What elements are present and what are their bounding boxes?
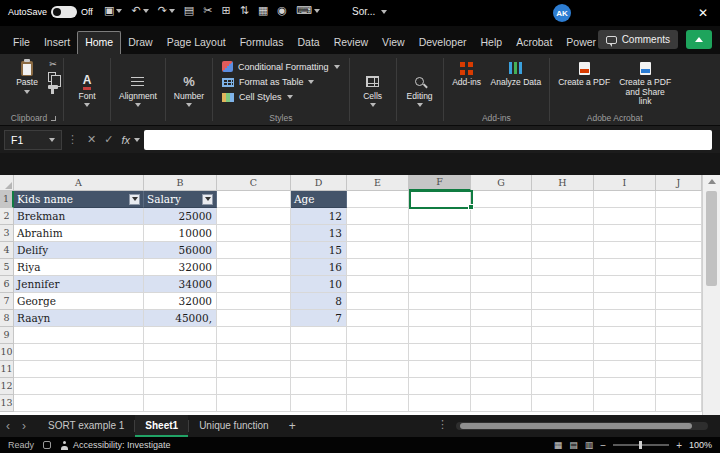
cell-G12[interactable] xyxy=(471,378,532,395)
cell-J3[interactable] xyxy=(656,225,702,242)
cell-G2[interactable] xyxy=(471,208,532,225)
chart-icon[interactable]: ⊞ xyxy=(217,3,234,19)
cell-C12[interactable] xyxy=(217,378,291,395)
cell-C4[interactable] xyxy=(217,242,291,259)
cell-F13[interactable] xyxy=(409,395,471,412)
cell-E1[interactable] xyxy=(347,191,409,208)
column-header-J[interactable]: J xyxy=(656,175,702,191)
cell-G8[interactable] xyxy=(471,310,532,327)
cell-F2[interactable] xyxy=(409,208,471,225)
vertical-scrollbar-thumb[interactable] xyxy=(706,191,717,286)
cell-H6[interactable] xyxy=(532,276,594,293)
cell-A3[interactable]: Abrahim xyxy=(14,225,144,242)
row-header-2[interactable]: 2 xyxy=(0,208,14,225)
column-header-G[interactable]: G xyxy=(471,175,532,191)
cell-A10[interactable] xyxy=(14,344,144,361)
number-button[interactable]: Number xyxy=(171,71,207,111)
cell-I4[interactable] xyxy=(594,242,656,259)
column-header-A[interactable]: A xyxy=(14,175,144,191)
cell-A9[interactable] xyxy=(14,327,144,344)
create-pdf-share-button[interactable]: Create a PDF and Share link xyxy=(616,57,674,110)
cell-I10[interactable] xyxy=(594,344,656,361)
row-header-4[interactable]: 4 xyxy=(0,242,14,259)
ribbon-tab-developer[interactable]: Developer xyxy=(412,32,474,54)
cell-A4[interactable]: Delify xyxy=(14,242,144,259)
camera-icon[interactable]: ◉ xyxy=(273,3,291,19)
cell-G10[interactable] xyxy=(471,344,532,361)
cell-C9[interactable] xyxy=(217,327,291,344)
cell-D10[interactable] xyxy=(291,344,347,361)
cell-A11[interactable] xyxy=(14,361,144,378)
cell-F5[interactable] xyxy=(409,259,471,276)
cell-A8[interactable]: Raayn xyxy=(14,310,144,327)
cell-J4[interactable] xyxy=(656,242,702,259)
cell-F10[interactable] xyxy=(409,344,471,361)
table-icon[interactable]: ▦ xyxy=(254,3,272,19)
share-button[interactable] xyxy=(686,30,712,49)
cell-G1[interactable] xyxy=(471,191,532,208)
cell-H13[interactable] xyxy=(532,395,594,412)
zoom-slider[interactable] xyxy=(613,444,669,446)
cell-J5[interactable] xyxy=(656,259,702,276)
sheet-tab-sheet1[interactable]: Sheet1 xyxy=(135,415,188,437)
column-header-C[interactable]: C xyxy=(217,175,291,191)
cell-I7[interactable] xyxy=(594,293,656,310)
cell-E6[interactable] xyxy=(347,276,409,293)
cell-C3[interactable] xyxy=(217,225,291,242)
ribbon-tab-draw[interactable]: Draw xyxy=(121,32,160,54)
cell-H5[interactable] xyxy=(532,259,594,276)
cell-B4[interactable]: 56000 xyxy=(144,242,217,259)
column-header-F[interactable]: F xyxy=(409,175,471,191)
cell-H4[interactable] xyxy=(532,242,594,259)
cell-H11[interactable] xyxy=(532,361,594,378)
addins-button[interactable]: Add-ins xyxy=(449,57,485,91)
cell-E8[interactable] xyxy=(347,310,409,327)
cell-H8[interactable] xyxy=(532,310,594,327)
cell-G6[interactable] xyxy=(471,276,532,293)
cell-G4[interactable] xyxy=(471,242,532,259)
cell-B11[interactable] xyxy=(144,361,217,378)
cell-H12[interactable] xyxy=(532,378,594,395)
cell-E4[interactable] xyxy=(347,242,409,259)
ribbon-tab-insert[interactable]: Insert xyxy=(37,32,77,54)
cell-D12[interactable] xyxy=(291,378,347,395)
autosave-control[interactable]: AutoSave Off xyxy=(8,6,93,18)
cell-C1[interactable] xyxy=(217,191,291,208)
cell-D13[interactable] xyxy=(291,395,347,412)
row-header-10[interactable]: 10 xyxy=(0,344,14,361)
cell-G13[interactable] xyxy=(471,395,532,412)
paste-button[interactable]: Paste xyxy=(9,57,45,97)
accessibility-button[interactable]: Accessibility: Investigate xyxy=(60,440,171,450)
cell-styles-button[interactable]: Cell Styles xyxy=(218,90,344,104)
conditional-formatting-button[interactable]: Conditional Formatting xyxy=(218,59,344,74)
cell-J11[interactable] xyxy=(656,361,702,378)
sort-icon[interactable]: ⇅ xyxy=(236,3,253,19)
cell-J9[interactable] xyxy=(656,327,702,344)
cell-I3[interactable] xyxy=(594,225,656,242)
editing-button[interactable]: Editing xyxy=(402,71,438,111)
format-painter-icon[interactable] xyxy=(48,85,58,89)
ribbon-tab-home[interactable]: Home xyxy=(77,31,121,54)
cell-C2[interactable] xyxy=(217,208,291,225)
cell-D11[interactable] xyxy=(291,361,347,378)
cell-F8[interactable] xyxy=(409,310,471,327)
page-layout-view-button[interactable] xyxy=(569,440,578,450)
cell-B10[interactable] xyxy=(144,344,217,361)
ribbon-tab-data[interactable]: Data xyxy=(290,32,326,54)
cell-E3[interactable] xyxy=(347,225,409,242)
cell-G9[interactable] xyxy=(471,327,532,344)
enter-button[interactable]: ✓ xyxy=(100,133,117,146)
cell-G11[interactable] xyxy=(471,361,532,378)
cell-J2[interactable] xyxy=(656,208,702,225)
cancel-button[interactable]: ✕ xyxy=(83,133,100,146)
row-header-5[interactable]: 5 xyxy=(0,259,14,276)
cell-G5[interactable] xyxy=(471,259,532,276)
cell-A12[interactable] xyxy=(14,378,144,395)
cell-F12[interactable] xyxy=(409,378,471,395)
sheet-tab-unique-function[interactable]: Unique function xyxy=(189,415,279,437)
cell-I9[interactable] xyxy=(594,327,656,344)
normal-view-button[interactable] xyxy=(554,440,563,450)
cell-H9[interactable] xyxy=(532,327,594,344)
vertical-scrollbar[interactable] xyxy=(702,175,720,415)
cell-D5[interactable]: 16 xyxy=(291,259,347,276)
